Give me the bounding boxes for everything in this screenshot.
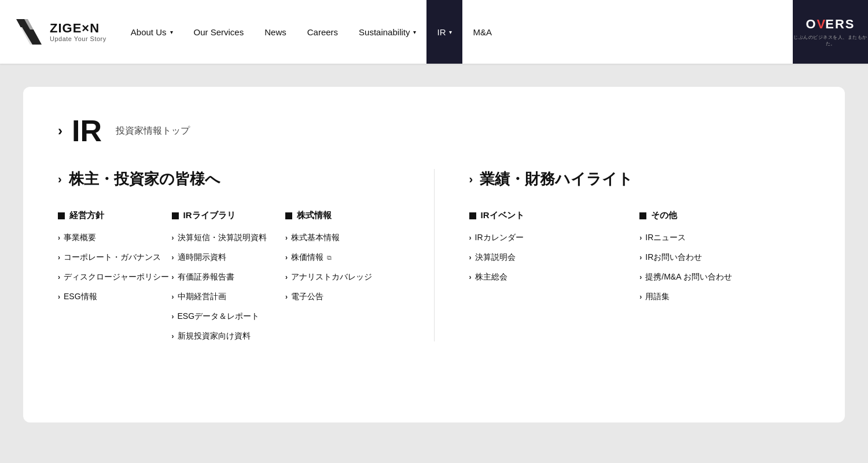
nav-item-careers[interactable]: Careers	[297, 0, 348, 64]
col3-square-icon	[285, 212, 292, 219]
list-item[interactable]: › IRお問い合わせ	[639, 252, 810, 263]
list-item[interactable]: › ESG情報	[58, 292, 172, 302]
col-other: その他 › IRニュース › IRお問い合わせ	[639, 210, 810, 302]
col4-heading-text: IRイベント	[481, 210, 524, 221]
chevron-icon: ›	[469, 234, 472, 242]
header: ZIGE×N Update Your Story About Us ▾ Our …	[0, 0, 868, 64]
chevron-icon: ›	[172, 313, 174, 321]
col2-links: › 決算短信・決算説明資料 › 適時開示資料 › 有価証券報告書	[172, 233, 286, 341]
ir-subtitle: 投資家情報トップ	[116, 125, 190, 137]
chevron-icon: ›	[639, 273, 642, 281]
list-item[interactable]: › ディスクロージャーポリシー	[58, 272, 172, 282]
chevron-icon: ›	[469, 253, 472, 262]
section-shareholders-heading: › 株主・投資家の皆様へ	[58, 169, 399, 189]
logo-text: ZIGE×N Update Your Story	[50, 21, 106, 42]
chevron-icon: ›	[172, 273, 174, 281]
list-item[interactable]: › 株価情報 ⧉	[285, 252, 399, 263]
section-left-chevron: ›	[58, 172, 62, 186]
col5-links: › IRニュース › IRお問い合わせ › 提携/M&A お問い合わせ	[639, 233, 810, 302]
left-columns: 経営方針 › 事業概要 › コーポレート・ガバナンス	[58, 210, 399, 341]
col5-heading-text: その他	[651, 210, 677, 221]
logo-icon	[14, 17, 44, 47]
list-item[interactable]: › 提携/M&A お問い合わせ	[639, 272, 810, 282]
list-item[interactable]: › 株主総会	[469, 272, 640, 282]
chevron-icon: ›	[58, 234, 60, 242]
col2-heading: IRライブラリ	[172, 210, 286, 221]
list-item[interactable]: › ESGデータ＆レポート	[172, 311, 286, 322]
list-item[interactable]: › 適時開示資料	[172, 252, 286, 263]
logo-sub: Update Your Story	[50, 35, 106, 42]
section-financial: › 業績・財務ハイライト IRイベント › IRカレンダー	[435, 169, 811, 341]
sections-row: › 株主・投資家の皆様へ 経営方針 › 事業概要	[58, 169, 810, 341]
list-item[interactable]: › 株式基本情報	[285, 233, 399, 243]
chevron-icon: ›	[172, 253, 174, 262]
chevron-icon: ›	[469, 273, 472, 281]
chevron-icon: ›	[58, 273, 60, 281]
col-ir-events: IRイベント › IRカレンダー › 決算説明会	[469, 210, 640, 302]
col3-heading: 株式情報	[285, 210, 399, 221]
chevron-icon: ›	[172, 332, 174, 340]
section-financial-heading: › 業績・財務ハイライト	[469, 169, 811, 189]
list-item[interactable]: › 新規投資家向け資料	[172, 331, 286, 341]
col4-square-icon	[469, 212, 476, 219]
list-item[interactable]: › 用語集	[639, 292, 810, 302]
chevron-icon: ›	[639, 293, 642, 301]
ir-dropdown-panel: › IR 投資家情報トップ › 株主・投資家の皆様へ 経営方針	[23, 87, 845, 422]
col-management-policy: 経営方針 › 事業概要 › コーポレート・ガバナンス	[58, 210, 172, 341]
chevron-icon: ›	[639, 253, 642, 262]
nav-item-services[interactable]: Our Services	[183, 0, 255, 64]
col3-heading-text: 株式情報	[297, 210, 332, 221]
chevron-icon: ›	[639, 234, 642, 242]
list-item[interactable]: › アナリストカバレッジ	[285, 272, 399, 282]
nav-item-about[interactable]: About Us ▾	[120, 0, 183, 64]
col1-links: › 事業概要 › コーポレート・ガバナンス › ディスクロージャーポリシー	[58, 233, 172, 302]
section-left-title: 株主・投資家の皆様へ	[69, 169, 220, 189]
col4-heading: IRイベント	[469, 210, 640, 221]
nav-item-ir[interactable]: IR ▾	[426, 0, 462, 64]
logo-brand: ZIGE×N	[50, 21, 106, 35]
list-item[interactable]: › IRカレンダー	[469, 233, 640, 243]
nav-item-ma[interactable]: M&A	[462, 0, 502, 64]
col4-links: › IRカレンダー › 決算説明会 › 株主総会	[469, 233, 640, 282]
nav-item-news[interactable]: News	[254, 0, 297, 64]
nav-item-sustainability[interactable]: Sustainability ▾	[348, 0, 426, 64]
col3-links: › 株式基本情報 › 株価情報 ⧉ › アナリストカバレッジ	[285, 233, 399, 302]
section-right-chevron: ›	[469, 172, 473, 186]
section-shareholders: › 株主・投資家の皆様へ 経営方針 › 事業概要	[58, 169, 435, 341]
list-item[interactable]: › 決算短信・決算説明資料	[172, 233, 286, 243]
chevron-down-icon: ▾	[449, 29, 452, 35]
chevron-down-icon: ▾	[413, 29, 416, 35]
chevron-icon: ›	[285, 273, 288, 281]
list-item[interactable]: › 中期経営計画	[172, 292, 286, 302]
chevron-icon: ›	[172, 293, 174, 301]
main-nav: About Us ▾ Our Services News Careers Sus…	[120, 0, 786, 64]
ir-title: IR	[72, 116, 102, 146]
chevron-icon: ›	[285, 293, 288, 301]
sidebar-logo-sub: じぶんのビジネスを人、またもかた。	[793, 34, 868, 47]
main-content: › IR 投資家情報トップ › 株主・投資家の皆様へ 経営方針	[0, 64, 868, 446]
list-item[interactable]: › コーポレート・ガバナンス	[58, 252, 172, 263]
col1-heading: 経営方針	[58, 210, 172, 221]
external-link-icon: ⧉	[327, 254, 332, 262]
ir-top-chevron: ›	[58, 123, 62, 139]
list-item[interactable]: › 有価証券報告書	[172, 272, 286, 282]
chevron-icon: ›	[58, 253, 60, 262]
logo-area[interactable]: ZIGE×N Update Your Story	[14, 17, 106, 47]
col2-heading-text: IRライブラリ	[183, 210, 236, 221]
list-item[interactable]: › 事業概要	[58, 233, 172, 243]
list-item[interactable]: › 決算説明会	[469, 252, 640, 263]
col-ir-library: IRライブラリ › 決算短信・決算説明資料 › 適時開示資料	[172, 210, 286, 341]
col5-heading: その他	[639, 210, 810, 221]
chevron-icon: ›	[172, 234, 174, 242]
list-item[interactable]: › IRニュース	[639, 233, 810, 243]
sidebar-logo: OVERS	[806, 17, 855, 32]
col5-square-icon	[639, 212, 646, 219]
chevron-icon: ›	[58, 293, 60, 301]
chevron-icon: ›	[285, 234, 288, 242]
chevron-down-icon: ▾	[170, 29, 173, 35]
ir-top-heading: › IR 投資家情報トップ	[58, 116, 810, 146]
col1-heading-text: 経営方針	[69, 210, 104, 221]
list-item[interactable]: › 電子公告	[285, 292, 399, 302]
col1-square-icon	[58, 212, 65, 219]
col-stock-info: 株式情報 › 株式基本情報 › 株価情報 ⧉	[285, 210, 399, 341]
